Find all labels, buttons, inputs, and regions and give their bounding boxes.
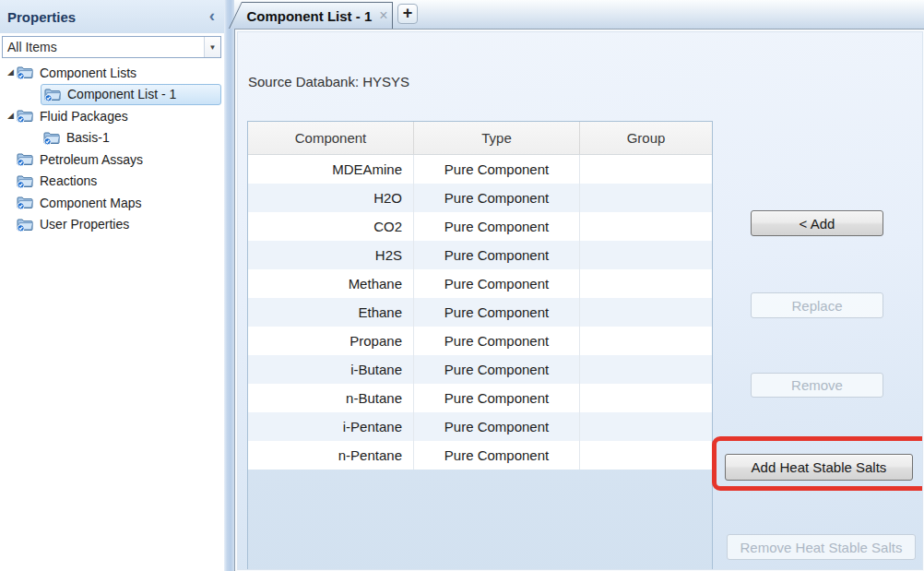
type-cell: Pure Component: [414, 327, 580, 355]
table-body: MDEAmine Pure Component H2O Pure Compone…: [248, 155, 712, 470]
tree-item-label: Petroleum Assays: [40, 152, 143, 167]
remove-heat-stable-salts-button[interactable]: Remove Heat Stable Salts: [727, 534, 916, 560]
component-cell: Ethane: [248, 298, 414, 327]
column-header-type: Type: [414, 122, 580, 154]
table-row[interactable]: H2O Pure Component: [248, 184, 712, 212]
type-cell: Pure Component: [414, 355, 580, 384]
component-list-view: Source Databank: HYSYS Component Type Gr…: [234, 29, 924, 571]
folder-check-icon: [17, 174, 33, 188]
tree-item-label: User Properties: [40, 217, 129, 232]
filter-dropdown-value: All Items: [3, 37, 204, 57]
properties-panel-header: Properties ‹: [0, 0, 224, 33]
tree-item-label: Basis-1: [66, 130, 110, 145]
component-cell: i-Butane: [248, 355, 414, 384]
tab-component-list-1[interactable]: Component List - 1 ×: [229, 2, 393, 29]
tree-item-user-properties[interactable]: User Properties: [0, 214, 223, 236]
tree-item-label: Component Lists: [40, 65, 136, 80]
tree-item-component-maps[interactable]: Component Maps: [0, 192, 223, 214]
properties-panel: Properties ‹ All Items ▼ ◢ Component Lis…: [0, 0, 224, 571]
group-cell: [580, 327, 712, 355]
folder-check-icon: [44, 88, 61, 101]
collapse-panel-icon[interactable]: ‹: [209, 6, 215, 24]
column-header-component: Component: [248, 122, 414, 154]
component-cell: Methane: [248, 269, 414, 298]
type-cell: Pure Component: [414, 155, 580, 184]
component-cell: i-Pentane: [248, 412, 414, 441]
component-table: Component Type Group MDEAmine Pure Compo…: [247, 121, 713, 570]
component-cell: CO2: [248, 212, 414, 241]
component-cell: H2O: [248, 184, 414, 212]
tree-item-label: Fluid Packages: [40, 109, 128, 124]
table-row[interactable]: CO2 Pure Component: [248, 212, 712, 241]
panel-title: Properties: [7, 9, 76, 25]
group-cell: [580, 298, 712, 327]
tree-item-component-lists[interactable]: ◢ Component Lists: [0, 62, 223, 84]
table-row[interactable]: i-Pentane Pure Component: [248, 412, 712, 441]
folder-check-icon: [43, 131, 60, 145]
group-cell: [580, 269, 712, 298]
table-row[interactable]: Ethane Pure Component: [248, 298, 712, 327]
hysys-properties-window: Properties ‹ All Items ▼ ◢ Component Lis…: [0, 0, 924, 571]
tree-item-basis-1[interactable]: Basis-1: [0, 127, 223, 149]
type-cell: Pure Component: [414, 241, 580, 269]
component-cell: n-Butane: [248, 384, 414, 412]
table-row[interactable]: H2S Pure Component: [248, 241, 712, 269]
table-row[interactable]: i-Butane Pure Component: [248, 355, 712, 384]
tree-item-fluid-packages[interactable]: ◢ Fluid Packages: [0, 105, 223, 127]
expander-icon[interactable]: ◢: [5, 68, 17, 77]
table-row[interactable]: n-Butane Pure Component: [248, 384, 712, 412]
remove-button[interactable]: Remove: [751, 373, 883, 398]
type-cell: Pure Component: [414, 384, 580, 412]
new-tab-button[interactable]: +: [397, 4, 418, 24]
type-cell: Pure Component: [414, 298, 580, 327]
folder-check-icon: [17, 152, 33, 166]
close-tab-icon[interactable]: ×: [379, 8, 387, 23]
add-heat-stable-salts-button[interactable]: Add Heat Stable Salts: [725, 454, 913, 481]
table-header-row: Component Type Group: [248, 122, 712, 155]
group-cell: [580, 412, 712, 441]
type-cell: Pure Component: [414, 212, 580, 241]
table-row[interactable]: Propane Pure Component: [248, 327, 712, 355]
expander-icon[interactable]: ◢: [5, 112, 17, 120]
type-cell: Pure Component: [414, 412, 580, 441]
type-cell: Pure Component: [414, 441, 580, 470]
source-databank-label: Source Databank: HYSYS: [248, 74, 409, 89]
component-cell: MDEAmine: [248, 155, 414, 184]
tree-item-component-list-1[interactable]: Component List - 1: [0, 84, 223, 106]
group-cell: [580, 212, 712, 241]
table-row[interactable]: MDEAmine Pure Component: [248, 155, 712, 184]
group-cell: [580, 441, 712, 470]
tree-item-label: Component List - 1: [67, 87, 176, 101]
group-cell: [580, 184, 712, 212]
group-cell: [580, 384, 712, 412]
tab-label: Component List - 1: [246, 8, 372, 24]
panel-splitter[interactable]: [224, 0, 234, 571]
group-cell: [580, 241, 712, 269]
table-row[interactable]: Methane Pure Component: [248, 269, 712, 298]
tree-item-petroleum-assays[interactable]: Petroleum Assays: [0, 149, 223, 171]
replace-button[interactable]: Replace: [751, 292, 883, 318]
tree-item-reactions[interactable]: Reactions: [0, 171, 223, 193]
filter-dropdown[interactable]: All Items ▼: [2, 36, 221, 58]
component-cell: n-Pentane: [248, 441, 414, 470]
component-cell: Propane: [248, 327, 414, 355]
type-cell: Pure Component: [414, 184, 580, 212]
type-cell: Pure Component: [414, 269, 580, 298]
folder-check-icon: [17, 218, 33, 232]
document-tab-bar: Component List - 1 × +: [234, 0, 924, 29]
tree-item-label: Component Maps: [40, 196, 142, 210]
chevron-down-icon[interactable]: ▼: [204, 37, 220, 57]
component-cell: H2S: [248, 241, 414, 269]
column-header-group: Group: [580, 122, 712, 154]
add-button[interactable]: < Add: [751, 210, 883, 236]
table-row[interactable]: n-Pentane Pure Component: [248, 441, 712, 470]
folder-check-icon: [17, 109, 33, 123]
group-cell: [580, 155, 712, 184]
tree-selection-highlight: Component List - 1: [41, 84, 221, 105]
folder-check-icon: [17, 196, 33, 209]
navigation-tree: ◢ Component Lists Component List - 1 ◢ F…: [0, 62, 223, 235]
tree-item-label: Reactions: [40, 173, 97, 188]
tab-surface: Component List - 1 ×: [230, 3, 392, 29]
component-list-surface: Source Databank: HYSYS Component Type Gr…: [237, 31, 923, 570]
group-cell: [580, 355, 712, 384]
